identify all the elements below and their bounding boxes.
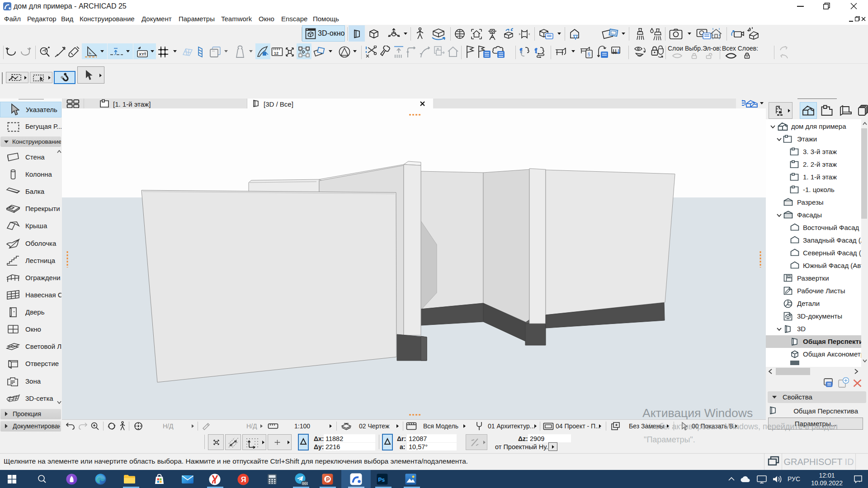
svg-text:Я: Я: [241, 476, 246, 483]
svg-text:§: §: [588, 52, 590, 57]
svg-text:Ps: Ps: [378, 477, 385, 483]
svg-text:869: 869: [302, 481, 308, 486]
svg-text:12: 12: [274, 51, 278, 56]
svg-text:XY: XY: [139, 52, 144, 56]
